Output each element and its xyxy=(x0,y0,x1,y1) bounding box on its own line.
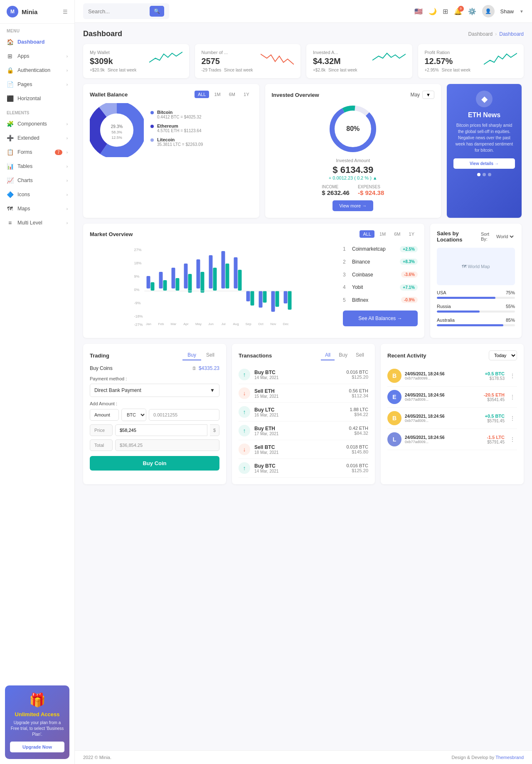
payment-method-value: Direct Bank Payment xyxy=(94,387,141,393)
activity-menu-icon[interactable]: ⋮ xyxy=(508,372,517,380)
sidebar-item-charts[interactable]: 📈 Charts › xyxy=(0,173,74,187)
activity-filter-select[interactable]: Today xyxy=(489,350,517,360)
tx-mid: Sell BTC 18 Mar, 2021 xyxy=(254,444,342,455)
sidebar-item-icons[interactable]: 🔷 Icons › xyxy=(0,187,74,202)
coin-name: Binance xyxy=(352,259,397,265)
activity-menu-icon[interactable]: ⋮ xyxy=(508,435,517,444)
market-filter-1y[interactable]: 1Y xyxy=(406,230,418,238)
search-box: 🔍 xyxy=(83,3,169,19)
stat-change-suffix: Since last week xyxy=(328,68,357,72)
expense-item: EXPENSES -$ 924.38 xyxy=(358,185,384,196)
location-name: Russia xyxy=(437,304,451,309)
income-value: $ 2632.46 xyxy=(322,189,350,196)
month-dropdown[interactable]: ▼ xyxy=(422,91,434,99)
activity-menu-icon[interactable]: ⋮ xyxy=(508,414,517,422)
sell-tab[interactable]: Sell xyxy=(201,350,219,360)
eth-dot-1[interactable] xyxy=(477,173,480,176)
sidebar-item-authentication[interactable]: 🔒 Authentication › xyxy=(0,63,74,77)
eth-dot-2[interactable] xyxy=(483,173,486,176)
transactions-tabs: All Buy Sell xyxy=(321,350,368,360)
location-item-usa: USA 75% xyxy=(437,290,515,299)
chevron-right-icon: › xyxy=(66,68,68,73)
tx-coin: 1.88 LTC xyxy=(350,407,368,412)
coin-badge: -0.9% xyxy=(401,297,418,303)
eth-view-details-button[interactable]: View details → xyxy=(453,158,515,169)
location-bar xyxy=(437,311,515,313)
sidebar-item-dashboard[interactable]: 🏠 Dashboard xyxy=(0,35,74,49)
coin-name: Yobit xyxy=(352,284,397,290)
tx-amount: $112.34 xyxy=(349,393,368,398)
currency-select[interactable]: BTC xyxy=(121,409,146,421)
donut-label: 80% xyxy=(346,125,360,133)
buy-tab[interactable]: Buy xyxy=(182,350,201,360)
svg-text:-18%: -18% xyxy=(134,314,143,318)
forms-icon: 📋 xyxy=(7,149,13,155)
filter-all-btn[interactable]: ALL xyxy=(195,91,209,98)
tx-tab-all[interactable]: All xyxy=(321,350,335,360)
tx-name: Sell ETH xyxy=(254,388,345,394)
sidebar-item-label: Maps xyxy=(17,206,62,212)
buy-coin-button[interactable]: Buy Coin xyxy=(90,456,219,471)
stat-change-suffix: Since last week xyxy=(441,68,470,72)
sort-control: Sort By: World xyxy=(481,232,515,242)
tx-icon-sell: ↓ xyxy=(239,387,250,399)
coin-name: Coinmarketcap xyxy=(352,246,397,252)
market-filter-1m[interactable]: 1M xyxy=(376,230,389,238)
footer-brand-link[interactable]: Themesbrand xyxy=(495,755,524,760)
tx-tab-buy[interactable]: Buy xyxy=(335,350,352,360)
upgrade-button[interactable]: Upgrade Now xyxy=(10,742,64,752)
filter-6m-btn[interactable]: 6M xyxy=(226,91,239,98)
market-filter-all[interactable]: ALL xyxy=(360,230,374,238)
hamburger-btn[interactable]: ☰ xyxy=(63,9,68,15)
activity-avatar: L xyxy=(387,432,401,446)
market-filter-6m[interactable]: 6M xyxy=(391,230,404,238)
chevron-right-icon: › xyxy=(66,122,68,126)
svg-rect-27 xyxy=(209,255,213,288)
tx-date: 18 Mar, 2021 xyxy=(254,450,342,455)
sort-select[interactable]: World xyxy=(495,234,515,239)
avatar[interactable]: 👤 xyxy=(482,5,495,17)
activity-item: E 24/05/2021, 18:24:56 0xb77ad009... -20… xyxy=(387,387,517,408)
settings-icon[interactable]: ⚙️ xyxy=(468,7,476,15)
search-button[interactable]: 🔍 xyxy=(150,6,164,17)
coin-value-input[interactable] xyxy=(149,409,219,421)
sidebar-item-extended[interactable]: ➕ Extended › xyxy=(0,131,74,145)
activity-date: 24/05/2021, 18:24:56 xyxy=(405,414,482,419)
sidebar-item-tables[interactable]: 📊 Tables › xyxy=(0,159,74,173)
tx-name: Sell BTC xyxy=(254,444,342,450)
svg-rect-20 xyxy=(163,280,167,291)
app-name: Minia xyxy=(22,8,37,15)
total-input[interactable] xyxy=(115,439,219,451)
see-all-balances-button[interactable]: See All Balances → xyxy=(343,311,418,326)
eth-news-card: ◆ ETH News Bitcoin prices fell sharply a… xyxy=(447,84,522,218)
tx-tab-sell[interactable]: Sell xyxy=(352,350,368,360)
payment-method-dropdown[interactable]: Direct Bank Payment ▼ xyxy=(90,384,219,397)
flag-icon[interactable]: 🇺🇸 xyxy=(414,7,423,15)
sidebar-item-forms[interactable]: 📋 Forms 7 › xyxy=(0,145,74,159)
bitcoin-dot xyxy=(150,111,154,114)
notification-icon[interactable]: 🔔 9 xyxy=(454,7,462,15)
price-input[interactable] xyxy=(115,424,207,436)
sidebar-item-components[interactable]: 🧩 Components › xyxy=(0,117,74,131)
tx-icon-buy: ↑ xyxy=(239,462,250,474)
sidebar-item-multilevel[interactable]: ≡ Multi Level › xyxy=(0,216,74,230)
expense-value: -$ 924.38 xyxy=(358,189,384,196)
moon-icon[interactable]: 🌙 xyxy=(429,7,437,15)
search-input[interactable] xyxy=(88,8,146,15)
stat-change: +$2.8k Since last week xyxy=(313,68,357,72)
market-content: 27% 18% 9% 0% -9% -18% -27% xyxy=(90,243,418,327)
sidebar-logo: M Minia ☰ xyxy=(0,0,74,24)
filter-1m-btn[interactable]: 1M xyxy=(211,91,224,98)
grid-icon[interactable]: ⊞ xyxy=(443,7,448,15)
eth-dot-3[interactable] xyxy=(488,173,491,176)
sidebar-item-maps[interactable]: 🗺 Maps › xyxy=(0,202,74,216)
tx-right: 0.56 ETH $112.34 xyxy=(349,388,368,398)
activity-menu-icon[interactable]: ⋮ xyxy=(508,393,517,401)
filter-1y-btn[interactable]: 1Y xyxy=(240,91,252,98)
transaction-item: ↓ Sell BTC 18 Mar, 2021 0.018 BTC $145.8… xyxy=(239,440,368,459)
wallet-content: 29.3% 58.3% 12.5% Bitcoin xyxy=(90,103,253,157)
sidebar-item-apps[interactable]: ⊞ Apps › xyxy=(0,49,74,63)
view-more-button[interactable]: View more → xyxy=(332,200,373,211)
sidebar-item-horizontal[interactable]: ⬛ Horizontal xyxy=(0,91,74,106)
sidebar-item-pages[interactable]: 📄 Pages › xyxy=(0,77,74,91)
